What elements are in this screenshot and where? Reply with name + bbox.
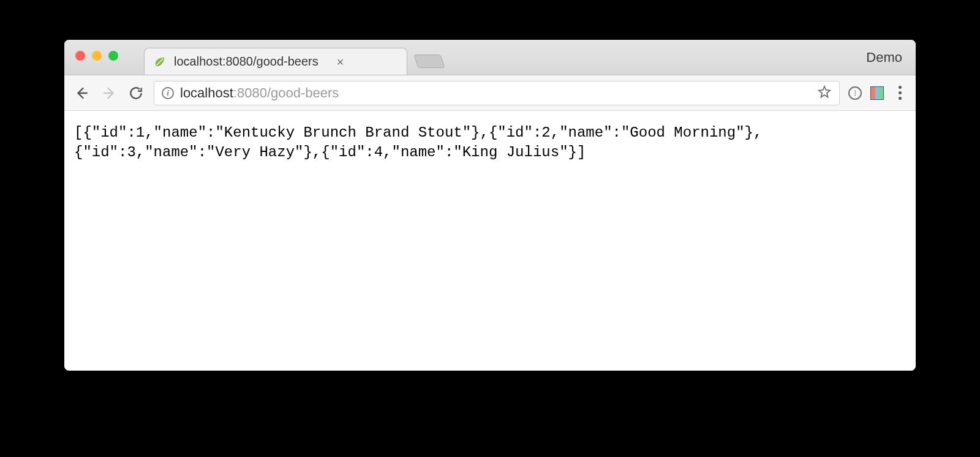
maximize-window-button[interactable] — [108, 51, 118, 61]
password-manager-icon[interactable]: ⁝ — [848, 86, 862, 100]
page-viewport: [{"id":1,"name":"Kentucky Brunch Brand S… — [64, 111, 916, 371]
site-info-icon[interactable]: i — [162, 87, 174, 99]
close-window-button[interactable] — [75, 51, 85, 61]
menu-button[interactable] — [892, 86, 907, 100]
minimize-window-button[interactable] — [92, 51, 102, 61]
url-host: localhost — [180, 85, 233, 100]
back-button[interactable] — [73, 84, 91, 102]
close-tab-button[interactable]: × — [337, 56, 344, 68]
url-text: localhost:8080/good-beers — [180, 85, 811, 101]
json-response-text: [{"id":1,"name":"Kentucky Brunch Brand S… — [74, 123, 906, 163]
spring-leaf-icon — [153, 55, 167, 69]
forward-button[interactable] — [100, 84, 118, 102]
lighthouse-extension-icon[interactable] — [870, 86, 884, 100]
title-bar: localhost:8080/good-beers × Demo — [64, 40, 916, 75]
browser-window: localhost:8080/good-beers × Demo — [64, 40, 916, 371]
tab-title: localhost:8080/good-beers — [174, 55, 318, 69]
profile-label[interactable]: Demo — [866, 50, 902, 66]
toolbar: i localhost:8080/good-beers ⁝ — [64, 75, 916, 111]
browser-tab[interactable]: localhost:8080/good-beers × — [144, 48, 407, 75]
bookmark-star-icon[interactable] — [817, 85, 832, 102]
url-rest: :8080/good-beers — [233, 85, 339, 100]
address-bar[interactable]: i localhost:8080/good-beers — [154, 81, 840, 105]
reload-button[interactable] — [127, 84, 145, 102]
window-controls — [75, 51, 118, 61]
new-tab-button[interactable] — [413, 55, 445, 68]
